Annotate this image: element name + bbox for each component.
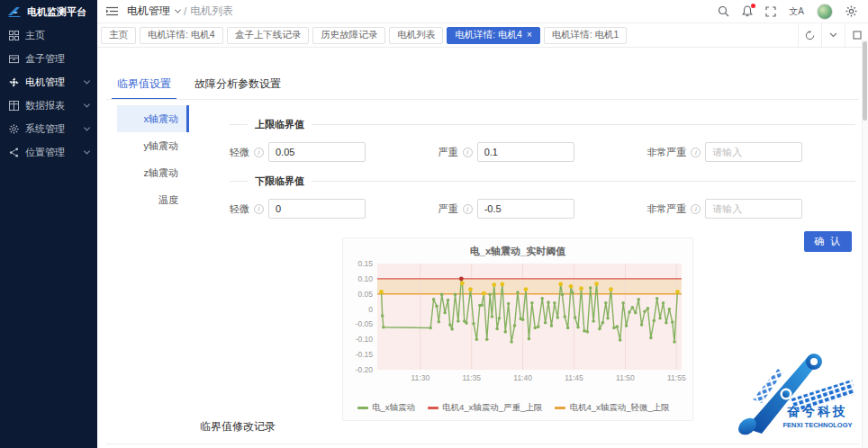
upper-very-severe-input[interactable] — [705, 142, 802, 162]
field-label: 轻微 — [230, 202, 249, 216]
tab-motor-detail-4[interactable]: 电机详情: 电机4 — [140, 27, 223, 44]
svg-text:11:50: 11:50 — [616, 373, 635, 382]
svg-text:11:30: 11:30 — [411, 373, 429, 382]
chart-title: 电_x轴震动_实时阈值 — [343, 245, 692, 258]
lower-limit-title: 下限临界值 — [255, 175, 304, 188]
field-lower-slight: 轻微 — [230, 199, 439, 219]
sidebar-item-label: 主页 — [25, 29, 45, 42]
upper-limit-title: 上限临界值 — [255, 118, 304, 131]
legend-label: 电机4_x轴震动_轻微_上限 — [569, 402, 669, 414]
tab-label: 历史故障记录 — [321, 29, 377, 41]
submenu-item-temperature[interactable]: 温度 — [117, 186, 189, 213]
chevron-down-icon — [84, 124, 90, 130]
scrollbar-thumb[interactable] — [863, 41, 867, 121]
sidebar-item-data-reports[interactable]: 数据报表 — [0, 94, 97, 117]
upper-slight-input[interactable] — [268, 142, 366, 162]
tab-label: 电机详情: 电机1 — [552, 29, 619, 41]
field-lower-severe: 严重 — [439, 199, 647, 219]
tab-label: 电机详情: 电机4 — [148, 29, 215, 41]
tabbar-controls — [798, 23, 868, 47]
chevron-down-icon[interactable] — [821, 23, 845, 47]
tab-motor-list[interactable]: 电机列表 — [389, 27, 443, 44]
realtime-threshold-chart-card: 电_x轴震动_实时阈值 0.150.100.050-0.05-0.10-0.15… — [342, 237, 693, 421]
info-icon[interactable] — [463, 204, 473, 214]
app-logo[interactable]: 电机监测平台 — [0, 0, 97, 23]
svg-text:-0.10: -0.10 — [356, 335, 374, 344]
sidebar: 电机监测平台 主页 盒子管理 — [0, 0, 97, 448]
lower-very-severe-input[interactable] — [705, 199, 802, 219]
search-icon[interactable] — [718, 5, 729, 17]
tab-label: 电机详情: 电机4 — [455, 29, 522, 41]
divider — [106, 99, 859, 100]
tab-label: 电机列表 — [397, 29, 435, 41]
watermark-name: 奋兮科技 — [786, 404, 848, 418]
avatar[interactable] — [817, 4, 833, 20]
tab-box-online-records[interactable]: 盒子上下线记录 — [227, 27, 310, 44]
divider — [106, 444, 859, 444]
bell-icon[interactable] — [742, 5, 753, 17]
legend-item-severe-upper[interactable]: 电机4_x轴震动_严重_上限 — [428, 402, 542, 414]
sidebar-item-label: 电机管理 — [25, 76, 65, 89]
box-icon — [9, 54, 19, 64]
field-label: 轻微 — [230, 146, 249, 159]
upper-limit-row: 轻微 严重 非常严重 — [230, 142, 855, 162]
info-icon[interactable] — [691, 148, 701, 157]
legend-item-series[interactable]: 电_x轴震动 — [357, 402, 415, 414]
tab-motor-detail-4-active[interactable]: 电机详情: 电机4 × — [447, 27, 540, 44]
svg-text:-0.05: -0.05 — [356, 319, 374, 328]
sidebar-collapse-button[interactable] — [97, 6, 127, 16]
field-label: 严重 — [439, 146, 458, 159]
tab-fault-history[interactable]: 历史故障记录 — [312, 27, 385, 44]
svg-text:11:45: 11:45 — [565, 373, 583, 382]
watermark-subtitle: FENXI TECHNOLOGY — [782, 421, 852, 429]
chevron-down-icon — [175, 7, 181, 13]
motor-icon — [9, 77, 19, 87]
info-icon[interactable] — [254, 204, 264, 214]
lower-severe-input[interactable] — [477, 199, 574, 219]
legend-swatch — [555, 407, 565, 409]
upper-severe-input[interactable] — [477, 142, 574, 162]
vertical-scrollbar[interactable] — [862, 40, 868, 448]
app-title: 电机监测平台 — [27, 5, 86, 19]
tab-home[interactable]: 主页 — [101, 27, 136, 44]
tab-motor-detail-1[interactable]: 电机详情: 电机1 — [544, 27, 628, 44]
gear-icon[interactable] — [845, 5, 857, 17]
submenu-item-x-vibration[interactable]: x轴震动 — [117, 105, 189, 132]
submenu-item-y-vibration[interactable]: y轴震动 — [117, 132, 189, 159]
confirm-button[interactable]: 确 认 — [804, 231, 852, 252]
sidebar-item-motor-management[interactable]: 电机管理 — [0, 70, 97, 94]
field-label: 严重 — [439, 202, 458, 216]
field-label: 非常严重 — [646, 202, 686, 216]
settings-tabs: 临界值设置 故障分析参数设置 — [117, 76, 281, 100]
dashboard-icon — [9, 31, 19, 40]
info-icon[interactable] — [463, 148, 473, 157]
field-lower-very-severe: 非常严重 — [646, 199, 855, 219]
sidebar-item-label: 数据报表 — [25, 99, 65, 112]
info-icon[interactable] — [691, 204, 701, 214]
breadcrumb-page: 电机列表 — [190, 4, 233, 19]
svg-text:-0.15: -0.15 — [356, 350, 374, 359]
tab-fault-analysis-params[interactable]: 故障分析参数设置 — [194, 76, 281, 100]
tab-threshold-settings[interactable]: 临界值设置 — [117, 76, 171, 100]
translate-icon[interactable]: 文A — [789, 5, 804, 18]
sidebar-item-box-management[interactable]: 盒子管理 — [0, 47, 97, 70]
sidebar-item-location-management[interactable]: 位置管理 — [0, 140, 97, 164]
submenu-item-z-vibration[interactable]: z轴震动 — [117, 159, 189, 186]
sidebar-item-label: 系统管理 — [25, 122, 65, 136]
fenxi-watermark-logo: 奋兮科技 FENXI TECHNOLOGY — [735, 347, 861, 439]
refresh-icon[interactable] — [798, 23, 821, 47]
breadcrumb-section[interactable]: 电机管理 — [127, 4, 170, 19]
svg-text:0.10: 0.10 — [357, 274, 373, 283]
fullscreen-icon[interactable] — [765, 6, 776, 17]
svg-text:0: 0 — [368, 305, 373, 314]
line-chart[interactable]: 0.150.100.050-0.05-0.10-0.15-0.2011:3011… — [343, 258, 691, 393]
legend-swatch — [428, 407, 439, 409]
close-icon[interactable]: × — [527, 31, 532, 40]
legend-item-slight-upper[interactable]: 电机4_x轴震动_轻微_上限 — [555, 402, 669, 414]
svg-text:11:35: 11:35 — [462, 373, 481, 382]
sidebar-item-system-management[interactable]: 系统管理 — [0, 117, 97, 140]
metric-submenu: x轴震动 y轴震动 z轴震动 温度 — [117, 105, 189, 213]
sidebar-item-home[interactable]: 主页 — [0, 23, 97, 47]
info-icon[interactable] — [254, 148, 264, 157]
lower-slight-input[interactable] — [268, 199, 366, 219]
